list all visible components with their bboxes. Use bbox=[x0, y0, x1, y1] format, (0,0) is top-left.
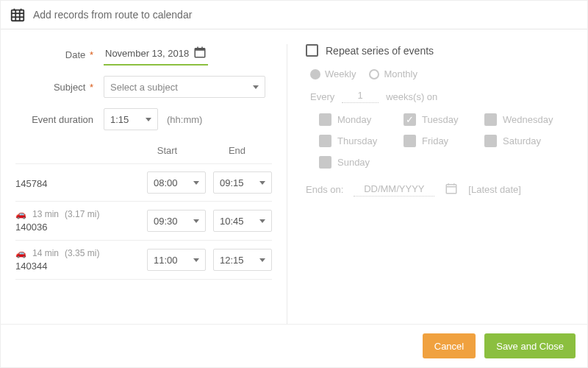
dialog-body: Date * November 13, 2018 bbox=[1, 29, 587, 324]
day-label: Thursday bbox=[337, 135, 377, 146]
day-label: Sunday bbox=[337, 157, 370, 168]
day-monday[interactable]: Monday bbox=[319, 113, 404, 126]
calendar-picker-icon[interactable] bbox=[193, 46, 207, 61]
chevron-down-icon bbox=[259, 258, 265, 262]
svg-rect-8 bbox=[195, 49, 205, 51]
svg-rect-10 bbox=[201, 47, 203, 49]
end-select[interactable]: 10:45 bbox=[213, 210, 272, 232]
travel-dist: (3.35 mi) bbox=[65, 248, 99, 258]
radio-monthly[interactable] bbox=[369, 69, 379, 79]
car-icon: 🚗 bbox=[15, 209, 26, 219]
start-value: 08:00 bbox=[154, 177, 178, 188]
start-select[interactable]: 09:30 bbox=[147, 210, 206, 232]
end-value: 10:45 bbox=[220, 216, 244, 227]
chevron-down-icon bbox=[253, 85, 259, 89]
end-value: 12:15 bbox=[220, 255, 244, 266]
svg-rect-9 bbox=[197, 47, 198, 49]
subject-placeholder: Select a subject bbox=[110, 82, 178, 93]
start-select[interactable]: 11:00 bbox=[147, 249, 206, 271]
radio-weekly[interactable] bbox=[310, 69, 320, 79]
table-row: 🚗 13 min (3.17 mi) 140036 09:30 10:45 bbox=[15, 202, 272, 241]
required-asterisk: * bbox=[87, 49, 93, 60]
dialog: Add records from route to calendar Date … bbox=[0, 0, 588, 368]
every-label: Every bbox=[310, 91, 334, 102]
end-select[interactable]: 09:15 bbox=[213, 171, 272, 194]
days-grid: Monday ✓Tuesday Wednesday Thursday Frida… bbox=[319, 113, 573, 169]
duration-row: Event duration 1:15 (hh:mm) bbox=[15, 108, 272, 130]
required-asterisk: * bbox=[87, 82, 93, 93]
svg-rect-0 bbox=[12, 10, 24, 21]
ends-label: Ends on: bbox=[306, 184, 343, 195]
ends-row: Ends on: DD/MM/YYYY [Latest date] bbox=[306, 182, 573, 197]
start-select[interactable]: 08:00 bbox=[147, 171, 206, 194]
travel-meta: 🚗 14 min (3.35 mi) bbox=[15, 248, 147, 258]
duration-label: Event duration bbox=[15, 114, 104, 125]
day-friday[interactable]: Friday bbox=[404, 135, 484, 147]
start-value: 09:30 bbox=[154, 216, 178, 227]
date-row: Date * November 13, 2018 bbox=[15, 44, 272, 66]
table-row: 145784 08:00 09:15 bbox=[15, 164, 272, 202]
date-input[interactable]: November 13, 2018 bbox=[104, 44, 208, 66]
day-label: Friday bbox=[422, 135, 448, 146]
travel-dist: (3.17 mi) bbox=[65, 209, 99, 219]
table-header: Start End bbox=[15, 141, 272, 164]
day-sunday[interactable]: Sunday bbox=[319, 156, 404, 169]
subject-label: Subject * bbox=[15, 82, 104, 93]
car-icon: 🚗 bbox=[15, 248, 26, 258]
chevron-down-icon bbox=[193, 258, 199, 262]
every-unit: weeks(s) on bbox=[386, 91, 437, 102]
left-panel: Date * November 13, 2018 bbox=[1, 44, 287, 324]
duration-select[interactable]: 1:15 bbox=[104, 108, 158, 130]
day-wednesday[interactable]: Wednesday bbox=[484, 113, 573, 126]
freq-monthly-label: Monthly bbox=[384, 68, 417, 79]
calendar-picker-icon[interactable] bbox=[445, 182, 458, 197]
repeat-options: Weekly Monthly Every 1 weeks(s) on Monda… bbox=[306, 68, 573, 197]
date-label: Date * bbox=[15, 49, 104, 60]
record-id: 145784 bbox=[15, 178, 147, 189]
calendar-icon bbox=[10, 7, 26, 23]
repeat-label: Repeat series of events bbox=[326, 45, 434, 57]
date-label-text: Date bbox=[65, 49, 85, 60]
latest-date-link[interactable]: [Latest date] bbox=[468, 184, 521, 195]
travel-mins: 13 min bbox=[32, 209, 59, 219]
repeat-checkbox[interactable] bbox=[306, 44, 318, 57]
day-label: Tuesday bbox=[422, 114, 458, 125]
end-header: End bbox=[202, 145, 272, 156]
titlebar: Add records from route to calendar bbox=[1, 1, 587, 29]
start-header: Start bbox=[132, 145, 202, 156]
day-saturday[interactable]: Saturday bbox=[484, 135, 573, 147]
travel-meta: 🚗 13 min (3.17 mi) bbox=[15, 209, 147, 219]
right-panel: Repeat series of events Weekly Monthly E… bbox=[287, 44, 587, 324]
subject-row: Subject * Select a subject bbox=[15, 76, 272, 98]
check-icon: ✓ bbox=[404, 113, 416, 126]
chevron-down-icon bbox=[259, 181, 265, 185]
end-value: 09:15 bbox=[220, 177, 244, 188]
subject-select[interactable]: Select a subject bbox=[104, 76, 265, 98]
day-tuesday[interactable]: ✓Tuesday bbox=[404, 113, 484, 126]
freq-weekly-label: Weekly bbox=[325, 68, 356, 79]
ends-input[interactable]: DD/MM/YYYY bbox=[354, 183, 434, 197]
day-label: Monday bbox=[337, 114, 371, 125]
chevron-down-icon bbox=[259, 219, 265, 223]
record-id: 140036 bbox=[15, 222, 147, 233]
chevron-down-icon bbox=[193, 181, 199, 185]
dialog-title: Add records from route to calendar bbox=[33, 9, 192, 21]
travel-mins: 14 min bbox=[32, 248, 59, 258]
save-button[interactable]: Save and Close bbox=[484, 333, 576, 358]
duration-hint: (hh:mm) bbox=[167, 114, 202, 125]
every-input[interactable]: 1 bbox=[342, 90, 379, 103]
end-select[interactable]: 12:15 bbox=[213, 249, 272, 271]
duration-value: 1:15 bbox=[110, 114, 129, 125]
subject-label-text: Subject bbox=[54, 82, 85, 93]
day-thursday[interactable]: Thursday bbox=[319, 135, 404, 147]
cancel-button[interactable]: Cancel bbox=[423, 333, 476, 358]
start-value: 11:00 bbox=[154, 255, 178, 266]
freq-row: Weekly Monthly bbox=[310, 68, 573, 79]
svg-rect-11 bbox=[447, 185, 457, 194]
chevron-down-icon bbox=[146, 118, 151, 121]
dialog-footer: Cancel Save and Close bbox=[1, 324, 587, 367]
record-id: 140344 bbox=[15, 261, 147, 272]
repeat-row: Repeat series of events bbox=[306, 44, 573, 57]
chevron-down-icon bbox=[193, 219, 199, 223]
day-label: Wednesday bbox=[503, 114, 553, 125]
